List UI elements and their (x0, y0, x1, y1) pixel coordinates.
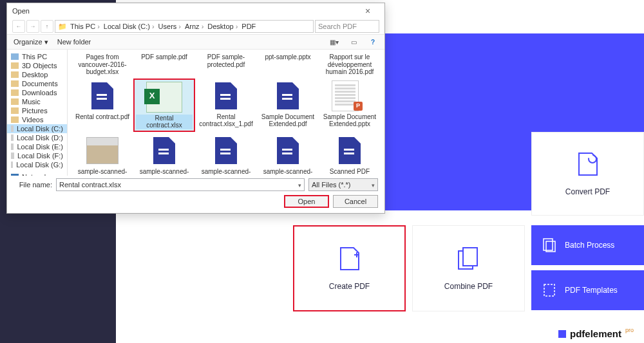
cancel-button[interactable]: Cancel (333, 195, 378, 208)
breadcrumb-item[interactable]: PDF (240, 23, 260, 30)
breadcrumb-item[interactable]: Arnz (183, 23, 205, 30)
close-button[interactable]: × (356, 6, 379, 16)
organize-menu[interactable]: Organize ▾ (14, 38, 48, 46)
file-item[interactable]: Pages from vancouver-2016-budget.xlsx (71, 52, 133, 77)
card-pdf-templates[interactable]: PDF Templates (531, 270, 644, 310)
nav-drive[interactable]: Local Disk (E:) (7, 142, 67, 151)
pdf-icon (277, 82, 299, 109)
brand-text: pdfelement (570, 328, 621, 339)
file-item[interactable]: PSample Document Extended.pptx (319, 79, 381, 132)
nav-item[interactable]: Music (7, 97, 67, 106)
card-create-pdf[interactable]: Create PDF (293, 225, 406, 311)
nav-item[interactable]: 3D Objects (7, 61, 67, 70)
pdf-icon (153, 137, 175, 164)
nav-item[interactable]: Documents (7, 79, 67, 88)
nav-drive[interactable]: Local Disk (C:) (7, 124, 67, 133)
nav-item[interactable]: Downloads (7, 88, 67, 97)
pdf-icon (215, 82, 237, 109)
file-item[interactable]: sample-scanned-picture.png (71, 133, 133, 176)
pdf-icon (339, 137, 361, 164)
nav-tree[interactable]: This PC 3D Objects Desktop Documents Dow… (7, 50, 68, 176)
back-button[interactable]: ← (12, 20, 25, 33)
nav-drive[interactable]: Local Disk (D:) (7, 133, 67, 142)
card-label: Combine PDF (444, 282, 493, 291)
help-button[interactable]: ? (368, 37, 378, 47)
filename-input[interactable]: Rental contract.xlsx (56, 178, 305, 191)
templates-icon (543, 283, 556, 297)
card-label: Convert PDF (565, 187, 610, 196)
preview-pane-button[interactable]: ▭ (348, 37, 359, 47)
nav-item[interactable]: Videos (7, 115, 67, 124)
svg-rect-3 (544, 284, 554, 296)
nav-this-pc[interactable]: This PC (7, 52, 67, 61)
nav-drive[interactable]: Local Disk (G:) (7, 160, 67, 169)
side-card-label: PDF Templates (565, 286, 618, 295)
file-item[interactable]: Rental contract.pdf (71, 79, 133, 132)
file-item[interactable]: PDF sample-protected.pdf (195, 52, 257, 77)
nav-item[interactable]: Pictures (7, 106, 67, 115)
pdf-icon (91, 82, 113, 109)
up-button[interactable]: ↑ (41, 20, 53, 33)
image-icon (86, 137, 118, 164)
file-item[interactable]: ppt-sample.pptx (257, 52, 319, 77)
breadcrumb-item[interactable]: Desktop (205, 23, 240, 30)
open-button[interactable]: Open (284, 195, 329, 208)
new-folder-button[interactable]: New folder (57, 38, 91, 46)
file-item[interactable]: sample-scanned-picture_3.pdf (195, 133, 257, 176)
file-item[interactable]: PDF sample.pdf (133, 52, 195, 77)
brand-icon (558, 330, 566, 338)
card-convert-pdf[interactable]: Convert PDF (531, 132, 644, 216)
combine-icon (457, 246, 481, 272)
file-item-selected[interactable]: Rental contract.xlsx (133, 79, 195, 132)
nav-drive[interactable]: Local Disk (F:) (7, 151, 67, 160)
excel-icon (146, 82, 182, 113)
open-dialog: Open × ← → ↑ 📁 This PC Local Disk (C:) U… (6, 3, 385, 214)
brand-pro: pro (625, 327, 634, 333)
pdf-icon (277, 137, 299, 164)
card-label: Create PDF (329, 282, 370, 291)
file-list[interactable]: Pages from vancouver-2016-budget.xlsx PD… (68, 50, 384, 176)
powerpoint-icon: P (354, 102, 363, 111)
breadcrumb[interactable]: 📁 This PC Local Disk (C:) Users Arnz Des… (55, 20, 314, 33)
file-item[interactable]: Rapport sur le développement humain 2016… (319, 52, 381, 77)
brand: pdfelement pro (558, 328, 634, 339)
create-icon (339, 246, 361, 272)
nav-item[interactable]: Desktop (7, 70, 67, 79)
card-batch-process[interactable]: Batch Process (531, 225, 644, 265)
svg-point-0 (589, 155, 596, 163)
file-item[interactable]: Scanned PDF sample.pdf (319, 133, 381, 176)
chevron-down-icon[interactable] (372, 181, 375, 189)
file-item[interactable]: sample-scanned-picture_2.pdf (133, 133, 195, 176)
convert-icon (577, 151, 599, 177)
breadcrumb-item[interactable]: Users (156, 23, 183, 30)
file-item[interactable]: sample-scanned-picture_3_OCR.pdf (257, 133, 319, 176)
filename-label: File name: (14, 181, 52, 189)
batch-icon (543, 238, 556, 252)
view-options-button[interactable]: ▦▾ (329, 37, 339, 47)
forward-button[interactable]: → (26, 20, 39, 33)
breadcrumb-item[interactable]: Local Disk (C:) (102, 23, 156, 30)
svg-rect-1 (544, 239, 553, 250)
file-item[interactable]: Rental contract.xlsx_1.pdf (195, 79, 257, 132)
breadcrumb-item[interactable]: This PC (68, 23, 102, 30)
file-item[interactable]: Sample Document Extended.pdf (257, 79, 319, 132)
dialog-title: Open (12, 7, 30, 15)
file-type-filter[interactable]: All Files (*.*) (308, 178, 378, 191)
chevron-down-icon[interactable] (298, 181, 301, 189)
side-card-label: Batch Process (565, 241, 614, 250)
pdf-icon (215, 137, 237, 164)
card-combine-pdf[interactable]: Combine PDF (412, 225, 525, 311)
search-input[interactable]: Search PDF (315, 20, 379, 33)
